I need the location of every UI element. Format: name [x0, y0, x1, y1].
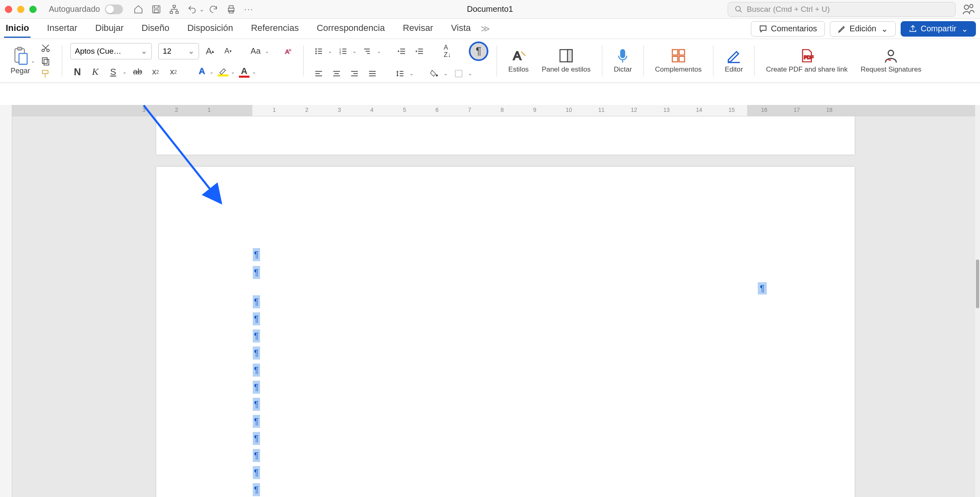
tab-correspondencia[interactable]: Correspondencia [315, 20, 387, 38]
more-icon[interactable]: ··· [243, 4, 255, 15]
styles-button[interactable]: A Estilos [505, 48, 532, 74]
maximize-button[interactable] [29, 6, 37, 13]
line-spacing-icon[interactable] [393, 67, 407, 81]
svg-rect-0 [153, 6, 160, 13]
svg-rect-18 [42, 70, 48, 74]
print-icon[interactable] [225, 4, 237, 15]
page-current[interactable]: ¶ ¶ ¶ ¶ ¶ ¶ ¶ ¶ ¶ ¶ ¶ ¶ ¶ ¶ ¶ [156, 167, 855, 497]
dropdown-icon[interactable]: ⌄ [409, 71, 413, 76]
svg-rect-12 [18, 47, 22, 50]
editor-label: Editor [725, 65, 743, 74]
dropdown-icon[interactable]: ⌄ [328, 48, 332, 54]
vertical-ruler[interactable] [0, 105, 12, 497]
dropdown-icon[interactable]: ⌄ [252, 69, 256, 75]
bullets-icon[interactable] [312, 44, 326, 58]
paste-button[interactable]: Pegar [11, 46, 30, 75]
dictate-button[interactable]: Dictar [610, 48, 635, 74]
addins-button[interactable]: Complementos [652, 48, 705, 74]
redo-icon[interactable] [208, 4, 219, 15]
align-left-icon[interactable] [312, 67, 326, 81]
close-button[interactable] [5, 6, 12, 13]
copy-icon[interactable] [41, 56, 50, 66]
tab-insertar[interactable]: Insertar [45, 20, 79, 38]
underline-button[interactable]: S [106, 65, 120, 79]
autosave-toggle[interactable] [105, 4, 123, 14]
font-size-select[interactable]: 12 ⌄ [158, 43, 199, 59]
paragraph-mark: ¶ [253, 483, 260, 496]
tab-revisar[interactable]: Revisar [401, 20, 435, 38]
paste-dropdown-icon[interactable]: ⌄ [31, 58, 35, 64]
flowchart-icon[interactable] [168, 4, 180, 15]
borders-icon[interactable] [452, 67, 466, 81]
clear-format-icon[interactable]: A [281, 44, 295, 58]
scrollbar-thumb[interactable] [976, 259, 979, 308]
cut-icon[interactable] [41, 43, 50, 53]
save-icon[interactable] [151, 4, 162, 15]
request-signatures-button[interactable]: Request Signatures [858, 48, 925, 74]
highlight-button[interactable] [218, 67, 228, 76]
dropdown-icon[interactable]: ⌄ [231, 69, 235, 75]
svg-rect-27 [342, 48, 346, 49]
subscript-button[interactable]: x2 [149, 65, 162, 79]
undo-dropdown-icon[interactable]: ⌄ [199, 6, 204, 13]
superscript-button[interactable]: x2 [166, 65, 180, 79]
font-family-select[interactable]: Aptos (Cue… ⌄ [70, 43, 152, 59]
sort-icon[interactable]: AZ↓ [440, 44, 454, 58]
ruler-tick: 2 [305, 107, 308, 113]
styles-pane-button[interactable]: Panel de estilos [538, 48, 594, 74]
multilevel-list-icon[interactable] [361, 44, 374, 58]
ruler-tick: 17 [794, 107, 800, 113]
svg-point-56 [436, 74, 438, 76]
svg-point-24 [315, 52, 317, 54]
svg-text:PDF: PDF [804, 55, 814, 60]
tab-disposicion[interactable]: Disposición [186, 20, 235, 38]
strikethrough-button[interactable]: ab [131, 65, 144, 79]
grow-font-icon[interactable]: A▴ [203, 44, 217, 58]
undo-icon[interactable] [186, 4, 198, 15]
dropdown-icon[interactable]: ⌄ [265, 48, 269, 54]
font-color-button[interactable]: A [239, 66, 249, 78]
search-icon [735, 5, 743, 13]
numbering-icon[interactable]: 123 [336, 44, 350, 58]
tab-dibujar[interactable]: Dibujar [94, 20, 125, 38]
align-center-icon[interactable] [330, 67, 343, 81]
format-painter-icon[interactable] [41, 69, 50, 79]
justify-icon[interactable] [365, 67, 379, 81]
show-hide-marks-button[interactable]: ¶ [469, 41, 488, 61]
dropdown-icon[interactable]: ⌄ [210, 69, 214, 75]
comments-button[interactable]: Comentarios [751, 21, 825, 37]
shading-icon[interactable] [427, 67, 441, 81]
more-tabs-icon[interactable]: ≫ [481, 24, 490, 34]
tab-vista[interactable]: Vista [449, 20, 472, 38]
document-canvas[interactable]: ¶ ¶ ¶ ¶ ¶ ¶ ¶ ¶ ¶ ¶ ¶ ¶ ¶ ¶ ¶ [12, 105, 980, 497]
tab-referencias[interactable]: Referencias [249, 20, 300, 38]
dropdown-icon[interactable]: ⌄ [377, 48, 381, 54]
dropdown-icon[interactable]: ⌄ [352, 48, 357, 54]
profile-icon[interactable] [962, 3, 975, 16]
decrease-indent-icon[interactable] [395, 44, 409, 58]
dropdown-icon[interactable]: ⌄ [122, 69, 127, 75]
text-effects-button[interactable]: A [197, 66, 207, 78]
shrink-font-icon[interactable]: A▾ [221, 44, 235, 58]
create-pdf-button[interactable]: PDF Create PDF and share link [763, 48, 851, 74]
tab-inicio[interactable]: Inicio [4, 20, 31, 38]
vertical-scrollbar[interactable] [975, 105, 980, 497]
editing-button[interactable]: Edición ⌄ [830, 21, 896, 37]
search-input[interactable]: Buscar (Cmd + Ctrl + U) [728, 2, 956, 17]
ribbon-tabs: Inicio Insertar Dibujar Diseño Disposici… [0, 19, 980, 39]
share-button[interactable]: Compartir ⌄ [901, 21, 976, 37]
dropdown-icon[interactable]: ⌄ [468, 71, 472, 76]
editor-button[interactable]: Editor [722, 48, 746, 74]
svg-point-9 [964, 5, 969, 9]
minimize-button[interactable] [17, 6, 24, 13]
comment-icon [759, 24, 768, 33]
bold-button[interactable]: N [70, 65, 84, 79]
horizontal-ruler[interactable]: 321123456789101112131415161718 [12, 105, 975, 116]
italic-button[interactable]: K [88, 65, 102, 79]
dropdown-icon[interactable]: ⌄ [444, 71, 448, 76]
home-icon[interactable] [133, 4, 144, 15]
change-case-icon[interactable]: Aa [249, 44, 262, 58]
increase-indent-icon[interactable] [413, 44, 427, 58]
tab-diseno[interactable]: Diseño [140, 20, 171, 38]
align-right-icon[interactable] [348, 67, 361, 81]
